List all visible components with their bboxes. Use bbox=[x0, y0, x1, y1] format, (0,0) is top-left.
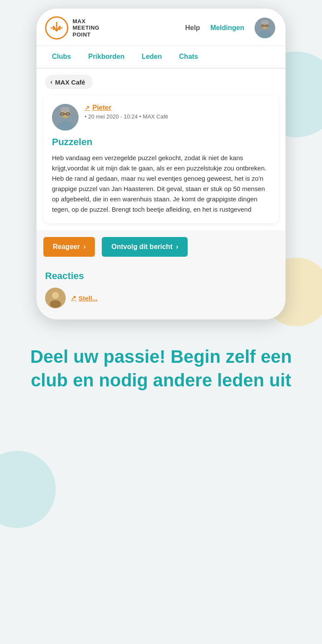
reageer-chevron-icon: › bbox=[83, 243, 85, 251]
logo-area: MAX MEETING POINT bbox=[45, 16, 100, 39]
ontvolg-button[interactable]: Ontvolg dit bericht › bbox=[102, 237, 188, 257]
author-name: Pieter bbox=[92, 104, 111, 112]
tab-prikborden[interactable]: Prikborden bbox=[79, 46, 133, 69]
svg-point-19 bbox=[50, 300, 61, 308]
promo-text: Deel uw passie! Begin zelf een club en n… bbox=[26, 345, 296, 392]
tab-chats[interactable]: Chats bbox=[170, 46, 207, 69]
tab-leden[interactable]: Leden bbox=[133, 46, 170, 69]
post-body: Heb vandaag een verzegelde puzzel gekoch… bbox=[52, 153, 270, 215]
promo-section: Deel uw passie! Begin zelf een club en n… bbox=[0, 319, 322, 426]
ontvolg-label: Ontvolg dit bericht bbox=[111, 243, 172, 251]
meldingen-link[interactable]: Meldingen bbox=[210, 24, 244, 32]
phone-frame: MAX MEETING POINT Help Meldingen bbox=[36, 9, 286, 319]
user-avatar-header[interactable] bbox=[255, 18, 275, 38]
reactie-avatar bbox=[45, 288, 66, 308]
reactie-preview: ↗ Stell... bbox=[45, 288, 277, 313]
post-date: • 20 mei 2020 - 10:24 • MAX Café bbox=[85, 113, 270, 120]
post-author-avatar bbox=[52, 104, 79, 131]
reacties-title: Reacties bbox=[45, 270, 277, 282]
app-header: MAX MEETING POINT Help Meldingen bbox=[36, 9, 286, 46]
bg-decoration-bottom-left bbox=[0, 451, 56, 528]
ontvolg-chevron-icon: › bbox=[176, 243, 178, 251]
phone-screen: MAX MEETING POINT Help Meldingen bbox=[36, 9, 286, 319]
reageer-button[interactable]: Reageer › bbox=[43, 237, 95, 257]
tab-clubs[interactable]: Clubs bbox=[43, 46, 79, 69]
logo-icon bbox=[45, 16, 68, 39]
reactie-arrow-icon: ↗ bbox=[71, 294, 76, 302]
action-buttons-bar: Reageer › Ontvolg dit bericht › bbox=[36, 230, 286, 264]
back-button[interactable]: ‹ MAX Café bbox=[45, 75, 93, 89]
reactie-name-preview: ↗ Stell... bbox=[71, 294, 97, 302]
reageer-label: Reageer bbox=[53, 243, 80, 251]
author-link[interactable]: ↗ Pieter bbox=[85, 104, 270, 112]
post-card: ↗ Pieter • 20 mei 2020 - 10:24 • MAX Caf… bbox=[43, 95, 279, 223]
reacties-section: Reacties ↗ Stell... bbox=[36, 264, 286, 319]
back-label: MAX Café bbox=[55, 79, 85, 86]
post-header: ↗ Pieter • 20 mei 2020 - 10:24 • MAX Caf… bbox=[52, 104, 270, 131]
sub-navigation: Clubs Prikborden Leden Chats bbox=[36, 46, 286, 69]
svg-point-18 bbox=[52, 292, 59, 299]
post-meta: ↗ Pieter • 20 mei 2020 - 10:24 • MAX Caf… bbox=[85, 104, 270, 120]
logo-text: MAX MEETING POINT bbox=[73, 18, 100, 38]
chevron-left-icon: ‹ bbox=[50, 78, 52, 86]
help-link[interactable]: Help bbox=[185, 24, 200, 32]
phone-wrapper: MAX MEETING POINT Help Meldingen bbox=[0, 0, 322, 319]
post-title: Puzzelen bbox=[52, 137, 270, 148]
arrow-icon: ↗ bbox=[85, 104, 90, 111]
back-bar: ‹ MAX Café bbox=[36, 69, 286, 95]
header-nav: Help Meldingen bbox=[185, 18, 275, 38]
reactie-author: Stell... bbox=[79, 295, 97, 302]
svg-point-16 bbox=[61, 107, 70, 112]
svg-point-9 bbox=[261, 20, 269, 24]
